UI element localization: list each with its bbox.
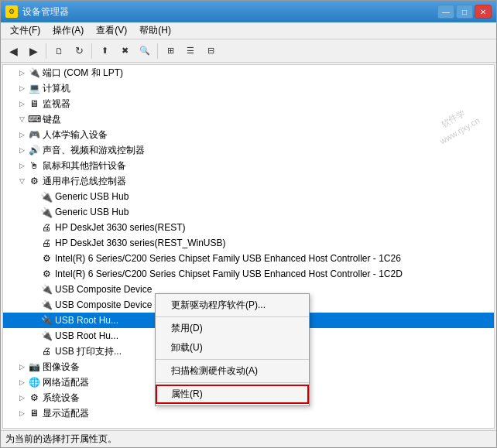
tree-item-sound[interactable]: ▷ 🔊 声音、视频和游戏控制器 <box>3 142 494 158</box>
composite1-icon: 🔌 <box>40 283 53 296</box>
device-tree[interactable]: 软件学 www.rjxy.cn ▷ 🔌 端口 (COM 和 LPT) ▷ 💻 计… <box>2 64 495 429</box>
intel2-label: Intel(R) 6 Series/C200 Series Chipset Fa… <box>55 268 403 279</box>
icon2-button[interactable]: ☰ <box>181 42 200 60</box>
ctx-sep-2 <box>156 359 309 360</box>
tree-item-mouse[interactable]: ▷ 🖱 鼠标和其他指针设备 <box>3 158 494 173</box>
properties-button[interactable]: 🗋 <box>50 42 68 60</box>
composite2-icon: 🔌 <box>40 299 53 311</box>
tree-item-keyboard[interactable]: ▽ ⌨ 键盘 <box>3 111 494 127</box>
expander-computer[interactable]: ▷ <box>15 82 28 94</box>
imaging-icon: 📷 <box>28 361 40 373</box>
system-icon: ⚙ <box>28 392 40 404</box>
tree-item-hp1[interactable]: ▷ 🖨 HP DeskJet 3630 series(REST) <box>3 220 494 235</box>
system-label: 系统设备 <box>43 392 80 405</box>
composite1-label: USB Composite Device <box>55 284 152 295</box>
keyboard-label: 键盘 <box>43 113 61 126</box>
icon3-button[interactable]: ⊟ <box>201 42 220 60</box>
network-label: 网络适配器 <box>43 376 89 389</box>
status-bar: 为当前的选择打开属性页。 <box>1 430 496 447</box>
maximize-button[interactable]: □ <box>456 5 473 19</box>
hid-icon: 🎮 <box>28 128 40 141</box>
main-area: 软件学 www.rjxy.cn ▷ 🔌 端口 (COM 和 LPT) ▷ 💻 计… <box>1 63 496 430</box>
tree-item-intel1[interactable]: ▷ ⚙ Intel(R) 6 Series/C200 Series Chipse… <box>3 251 494 266</box>
menu-view[interactable]: 查看(V) <box>90 22 133 39</box>
minimize-button[interactable]: — <box>437 5 454 19</box>
expander-hid[interactable]: ▷ <box>15 128 28 141</box>
tree-item-usb-ctrl[interactable]: ▽ ⚙ 通用串行总线控制器 <box>3 173 494 189</box>
tree-item-intel2[interactable]: ▷ ⚙ Intel(R) 6 Series/C200 Series Chipse… <box>3 266 494 282</box>
sound-icon: 🔊 <box>28 144 40 156</box>
tree-item-hp2[interactable]: ▷ 🖨 HP DeskJet 3630 series(REST_WinUSB) <box>3 235 494 251</box>
tree-item-ports[interactable]: ▷ 🔌 端口 (COM 和 LPT) <box>3 65 494 80</box>
generic1-label: Generic USB Hub <box>55 191 129 202</box>
mouse-icon: 🖱 <box>28 159 40 172</box>
usbroot2-icon: 🔌 <box>40 330 53 342</box>
scan-button[interactable]: 🔍 <box>135 42 154 60</box>
tree-item-monitors[interactable]: ▷ 🖥 监视器 <box>3 96 494 111</box>
ctx-properties[interactable]: 属性(R) <box>156 385 309 404</box>
uninstall-button[interactable]: ✖ <box>115 42 134 60</box>
toolbar-sep-3 <box>157 43 158 59</box>
tree-item-generic1[interactable]: ▷ 🔌 Generic USB Hub <box>3 189 494 204</box>
menu-help[interactable]: 帮助(H) <box>133 22 177 39</box>
usb-ctrl-icon: ⚙ <box>28 175 40 187</box>
generic2-label: Generic USB Hub <box>55 207 129 217</box>
intel1-label: Intel(R) 6 Series/C200 Series Chipset Fa… <box>55 253 401 264</box>
refresh-button[interactable]: ↻ <box>70 42 88 60</box>
icon1-button[interactable]: ⊞ <box>161 42 180 60</box>
usbroot2-label: USB Root Hu... <box>55 330 118 341</box>
ports-label: 端口 (COM 和 LPT) <box>43 67 123 80</box>
expander-usb-ctrl[interactable]: ▽ <box>15 175 28 187</box>
intel2-icon: ⚙ <box>40 268 53 280</box>
hid-label: 人体学输入设备 <box>43 128 108 142</box>
monitors-icon: 🖥 <box>28 97 40 110</box>
title-icon: ⚙ <box>5 5 18 18</box>
hp1-icon: 🖨 <box>40 221 53 234</box>
forward-button[interactable]: ▶ <box>24 42 43 60</box>
expander-mouse[interactable]: ▷ <box>15 159 28 172</box>
ports-icon: 🔌 <box>28 67 40 79</box>
usb-ctrl-label: 通用串行总线控制器 <box>43 175 126 188</box>
update-driver-button[interactable]: ⬆ <box>95 42 114 60</box>
expander-keyboard[interactable]: ▽ <box>15 113 28 125</box>
ctx-disable[interactable]: 禁用(D) <box>156 319 309 338</box>
ctx-sep-3 <box>156 382 309 383</box>
tree-item-display[interactable]: ▷ 🖥 显示适配器 <box>3 405 494 421</box>
menu-action[interactable]: 操作(A) <box>46 22 90 39</box>
sound-label: 声音、视频和游戏控制器 <box>43 144 145 157</box>
close-button[interactable]: ✕ <box>475 5 492 19</box>
hp2-icon: 🖨 <box>40 237 53 249</box>
tree-item-hid[interactable]: ▷ 🎮 人体学输入设备 <box>3 127 494 142</box>
ctx-uninstall[interactable]: 卸载(U) <box>156 338 309 357</box>
computer-icon: 💻 <box>28 82 40 94</box>
menu-file[interactable]: 文件(F) <box>4 22 46 39</box>
expander-network[interactable]: ▷ <box>15 376 28 388</box>
expander-monitors[interactable]: ▷ <box>15 97 28 110</box>
ctx-update[interactable]: 更新驱动程序软件(P)... <box>156 296 309 315</box>
status-text: 为当前的选择打开属性页。 <box>5 433 117 446</box>
device-manager-window: ⚙ 设备管理器 — □ ✕ 文件(F) 操作(A) 查看(V) 帮助(H) ◀ … <box>0 0 497 448</box>
expander-display[interactable]: ▷ <box>15 407 28 419</box>
keyboard-icon: ⌨ <box>28 113 40 125</box>
computer-label: 计算机 <box>43 82 70 95</box>
expander-ports[interactable]: ▷ <box>15 67 28 79</box>
toolbar: ◀ ▶ 🗋 ↻ ⬆ ✖ 🔍 ⊞ ☰ ⊟ <box>1 39 496 63</box>
intel1-icon: ⚙ <box>40 252 53 265</box>
back-button[interactable]: ◀ <box>4 42 22 60</box>
ctx-sep-1 <box>156 316 309 317</box>
ctx-scan[interactable]: 扫描检测硬件改动(A) <box>156 361 309 381</box>
title-bar: ⚙ 设备管理器 — □ ✕ <box>1 1 496 22</box>
toolbar-sep-2 <box>91 43 92 59</box>
tree-item-computer[interactable]: ▷ 💻 计算机 <box>3 80 494 96</box>
network-icon: 🌐 <box>28 376 40 388</box>
monitors-label: 监视器 <box>43 97 70 111</box>
expander-imaging[interactable]: ▷ <box>15 361 28 373</box>
tree-item-generic2[interactable]: ▷ 🔌 Generic USB Hub <box>3 204 494 220</box>
display-icon: 🖥 <box>28 407 40 419</box>
display-label: 显示适配器 <box>43 407 89 420</box>
usbroot1-icon: 🔌 <box>40 314 53 327</box>
expander-sound[interactable]: ▷ <box>15 144 28 156</box>
mouse-label: 鼠标和其他指针设备 <box>43 159 126 173</box>
composite2-label: USB Composite Device <box>55 299 152 310</box>
expander-system[interactable]: ▷ <box>15 392 28 404</box>
